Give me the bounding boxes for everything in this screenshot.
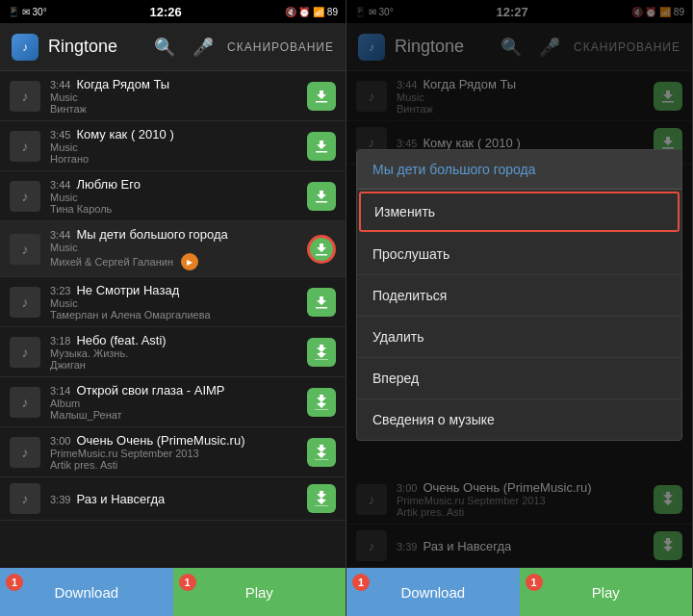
song-artist: Михей & Сергей Галанин (50, 256, 173, 268)
left-app-title: Ringtone (48, 37, 141, 57)
music-icon: ♪ (369, 492, 375, 507)
song-info: 3:39 Раз и Навсегда (50, 492, 307, 506)
left-search-icon[interactable]: 🔍 (150, 33, 179, 62)
play-label: Play (245, 584, 273, 601)
song-meta: 3:00 Очень Очень (PrimeMusic.ru) (397, 480, 654, 495)
right-signal-icons: 🔇 ⏰ 📶 89 (631, 7, 684, 17)
song-genre: PrimeMusic.ru September 2013 (50, 448, 307, 459)
right-status-right: 🔇 ⏰ 📶 89 (631, 7, 684, 17)
list-item[interactable]: ♪ 3:23 Не Смотри Назад Music Тамерлан и … (0, 277, 346, 327)
song-info: 3:44 Когда Рядом Ты Music Винтаж (50, 77, 307, 115)
download-bottom-button[interactable]: 1 Download (0, 568, 173, 616)
song-icon: ♪ (10, 337, 40, 368)
left-time: 12:26 (149, 5, 181, 19)
right-download-label: Download (400, 584, 465, 601)
play-bottom-button[interactable]: 1 Play (173, 568, 346, 616)
song-genre: Music (50, 242, 307, 253)
right-songs-bottom: ♪ 3:00 Очень Очень (PrimeMusic.ru) Prime… (346, 475, 692, 568)
right-download-bottom-button[interactable]: 1 Download (346, 568, 520, 616)
song-title: Не Смотри Назад (76, 283, 179, 297)
double-download-button[interactable] (307, 438, 336, 467)
song-time: 3:45 (50, 129, 70, 141)
song-artist: Джиган (50, 359, 307, 371)
download-button[interactable] (307, 82, 336, 111)
song-title: Раз и Навсегда (76, 492, 165, 506)
left-bottom-bar: 1 Download 1 Play (0, 568, 346, 616)
download-button[interactable] (307, 182, 336, 211)
context-menu-item-vprd[interactable]: Вперед (357, 358, 681, 399)
double-download-button[interactable] (654, 531, 682, 560)
right-app-header: ♪ Ringtone 🔍 🎤 СКАНИРОВАНИЕ (346, 23, 692, 71)
music-icon: ♪ (369, 135, 375, 150)
song-artist: Винтаж (397, 103, 654, 115)
song-genre: PrimeMusic.ru September 2013 (397, 495, 654, 506)
song-info: 3:00 Очень Очень (PrimeMusic.ru) PrimeMu… (397, 480, 654, 518)
right-scan-button[interactable]: СКАНИРОВАНИЕ (574, 40, 680, 54)
song-time: 3:44 (50, 79, 70, 90)
right-mic-icon[interactable]: 🎤 (535, 33, 564, 62)
song-info: 3:44 Когда Рядом Ты Music Винтаж (397, 77, 654, 115)
right-search-icon[interactable]: 🔍 (497, 33, 526, 62)
list-item[interactable]: ♪ 3:44 Люблю Его Music Тина Кароль (0, 171, 346, 221)
left-app-logo: ♪ (12, 34, 38, 61)
song-genre: Music (50, 91, 307, 103)
song-artist: Тина Кароль (50, 203, 307, 215)
download-button[interactable] (654, 82, 682, 111)
left-scan-button[interactable]: СКАНИРОВАНИЕ (227, 40, 334, 54)
song-title: Кому как ( 2010 ) (76, 127, 173, 141)
download-button[interactable] (307, 288, 336, 317)
music-icon: ♪ (22, 445, 29, 460)
left-mic-icon[interactable]: 🎤 (189, 33, 218, 62)
song-meta: 3:18 Небо (feat. Asti) (50, 333, 307, 347)
context-menu-item-izm[interactable]: Изменить (359, 192, 680, 232)
right-status-bar: 📱 ✉ 30° 12:27 🔇 ⏰ 📶 89 (346, 0, 692, 23)
song-meta: 3:44 Когда Рядом Ты (397, 77, 654, 91)
double-download-button[interactable] (307, 338, 336, 367)
right-time: 12:27 (496, 5, 527, 19)
list-item[interactable]: ♪ 3:00 Очень Очень (PrimeMusic.ru) Prime… (0, 427, 346, 477)
song-artist-row: Михей & Сергей Галанин ▶ (50, 253, 307, 270)
song-time: 3:23 (50, 285, 70, 296)
list-item[interactable]: ♪ 3:18 Небо (feat. Asti) Музыка. Жизнь. … (0, 327, 346, 377)
double-download-button[interactable] (307, 388, 336, 417)
context-menu-item-udl[interactable]: Удалить (357, 317, 681, 358)
song-info: 3:44 Люблю Его Music Тина Кароль (50, 177, 307, 215)
song-time: 3:39 (397, 541, 417, 552)
song-meta: 3:14 Открой свои глаза - AIMP (50, 383, 307, 398)
download-button[interactable] (307, 132, 336, 161)
song-icon: ♪ (10, 234, 40, 265)
play-icon[interactable]: ▶ (181, 253, 198, 270)
list-item[interactable]: ♪ 3:44 Мы дети большого города Music Мих… (0, 221, 346, 277)
double-download-button[interactable] (307, 484, 336, 513)
right-panel: 📱 ✉ 30° 12:27 🔇 ⏰ 📶 89 ♪ Ringtone 🔍 🎤 СК… (346, 0, 693, 616)
context-menu-item-pod[interactable]: Поделиться (357, 275, 681, 317)
list-item[interactable]: ♪ 3:14 Открой свои глаза - AIMP Album Ма… (0, 377, 346, 427)
song-icon: ♪ (356, 530, 387, 561)
music-icon: ♪ (22, 189, 29, 204)
song-title: Очень Очень (PrimeMusic.ru) (423, 480, 591, 495)
left-app-header: ♪ Ringtone 🔍 🎤 СКАНИРОВАНИЕ (0, 23, 346, 71)
list-item[interactable]: ♪ 3:45 Кому как ( 2010 ) Music Ноггано (0, 121, 346, 171)
list-item[interactable]: ♪ 3:39 Раз и Навсегда (0, 477, 346, 521)
music-icon: ♪ (369, 89, 375, 104)
context-menu-item-sved[interactable]: Сведения о музыке (357, 399, 681, 440)
download-button-circled[interactable] (307, 235, 336, 264)
song-title: Мы дети большого города (76, 227, 227, 242)
song-info: 3:45 Кому как ( 2010 ) (397, 136, 654, 150)
song-meta: 3:44 Мы дети большого города (50, 227, 307, 242)
left-status-bar: 📱 ✉ 30° 12:26 🔇 ⏰ 📶 89 (0, 0, 346, 23)
song-icon: ♪ (356, 81, 387, 112)
song-info: 3:18 Небо (feat. Asti) Музыка. Жизнь. Дж… (50, 333, 307, 371)
song-title: Очень Очень (PrimeMusic.ru) (76, 433, 244, 448)
list-item[interactable]: ♪ 3:44 Когда Рядом Ты Music Винтаж (0, 71, 346, 121)
song-icon: ♪ (10, 437, 40, 468)
song-time: 3:00 (397, 482, 417, 494)
song-artist: Тамерлан и Алена Омаргалиева (50, 309, 307, 321)
left-song-list: ♪ 3:44 Когда Рядом Ты Music Винтаж ♪ 3:4… (0, 71, 346, 568)
music-icon: ♪ (22, 395, 29, 410)
right-download-badge: 1 (352, 574, 370, 591)
double-download-button[interactable] (654, 485, 682, 514)
right-play-bottom-button[interactable]: 1 Play (520, 568, 693, 616)
song-title: Люблю Его (76, 177, 140, 192)
context-menu-item-prl[interactable]: Прослушать (357, 234, 681, 275)
